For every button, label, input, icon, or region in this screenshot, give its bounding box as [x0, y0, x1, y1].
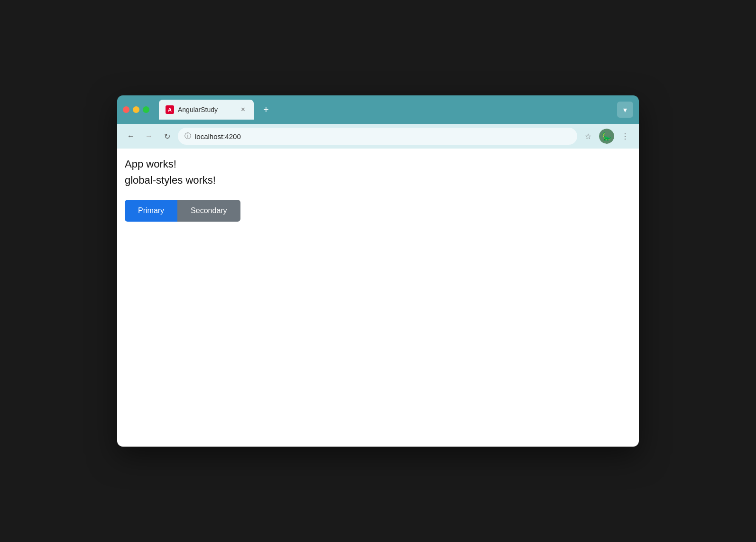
new-tab-button[interactable]: + [259, 103, 273, 117]
maximize-button[interactable] [143, 106, 149, 113]
info-icon: ⓘ [184, 132, 191, 140]
profile-dropdown-button[interactable]: ▾ [617, 102, 633, 118]
tab-close-button[interactable]: × [239, 105, 247, 114]
browser-menu-button[interactable]: ⋮ [618, 129, 632, 143]
bookmark-button[interactable]: ☆ [581, 129, 595, 143]
title-bar: A AngularStudy × + ▾ [117, 95, 639, 124]
tab-title: AngularStudy [178, 106, 235, 113]
address-bar: ← → ↻ ⓘ localhost:4200 ☆ 🦕 ⋮ [117, 124, 639, 149]
back-button[interactable]: ← [124, 129, 138, 143]
reload-button[interactable]: ↻ [160, 129, 174, 143]
primary-button[interactable]: Primary [125, 200, 177, 222]
close-button[interactable] [123, 106, 129, 113]
minimize-button[interactable] [133, 106, 139, 113]
url-bar[interactable]: ⓘ localhost:4200 [178, 128, 577, 145]
secondary-button[interactable]: Secondary [177, 200, 240, 222]
app-works-text: App works! [125, 158, 631, 170]
window-controls [123, 106, 149, 113]
page-content: App works! global-styles works! Primary … [117, 149, 639, 447]
global-styles-text: global-styles works! [125, 174, 631, 187]
user-avatar-button[interactable]: 🦕 [599, 129, 614, 144]
angular-icon: A [166, 105, 174, 114]
url-text: localhost:4200 [195, 132, 571, 140]
browser-window: A AngularStudy × + ▾ ← → ↻ ⓘ localhost:4… [117, 95, 639, 447]
forward-button[interactable]: → [142, 129, 156, 143]
avatar: 🦕 [599, 129, 614, 144]
buttons-row: Primary Secondary [125, 200, 631, 222]
active-tab[interactable]: A AngularStudy × [159, 100, 254, 120]
